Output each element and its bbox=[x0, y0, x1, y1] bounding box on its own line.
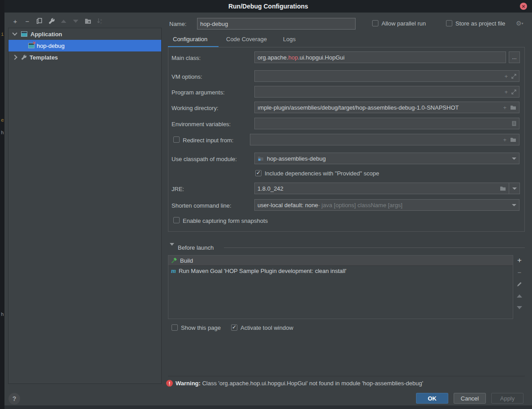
classpath-module-label: Use classpath of module: bbox=[172, 156, 237, 162]
jre-label: JRE: bbox=[172, 186, 184, 192]
jre-dropdown-button[interactable] bbox=[509, 183, 520, 194]
svg-text:a: a bbox=[100, 18, 102, 21]
chevron-down-icon[interactable] bbox=[12, 30, 17, 35]
build-hammer-icon bbox=[171, 257, 177, 264]
help-button[interactable]: ? bbox=[9, 393, 20, 405]
chevron-down-icon[interactable] bbox=[512, 204, 516, 206]
error-x-icon: ✕ bbox=[32, 41, 36, 45]
before-launch-item-build[interactable]: Build bbox=[168, 256, 513, 266]
shorten-command-line-combobox[interactable]: user-local default: none - java [options… bbox=[254, 199, 519, 211]
browse-main-class-button[interactable]: ... bbox=[509, 51, 520, 63]
screen: i e h h Run/Debug Configurations ✕ + − a… bbox=[0, 0, 532, 409]
include-provided-label: Include dependencies with "Provided" sco… bbox=[265, 170, 379, 177]
tree-node-application[interactable]: Application bbox=[9, 28, 161, 40]
vm-options-input[interactable]: + bbox=[254, 70, 519, 82]
main-class-input[interactable]: org.apache.hop.ui.hopgui.HopGui bbox=[254, 51, 506, 63]
working-directory-label: Working directory: bbox=[172, 105, 219, 111]
name-input[interactable]: hop-debug bbox=[197, 18, 356, 30]
browse-folder-icon[interactable] bbox=[500, 186, 506, 191]
classpath-module-combobox[interactable]: hop-assemblies-debug bbox=[254, 153, 519, 164]
browse-folder-icon[interactable] bbox=[510, 105, 516, 110]
new-folder-icon[interactable] bbox=[84, 17, 92, 25]
application-type-icon bbox=[21, 31, 27, 37]
maven-icon: m bbox=[171, 268, 176, 275]
tab-logs[interactable]: Logs bbox=[283, 36, 296, 43]
ok-button[interactable]: OK bbox=[416, 393, 448, 404]
invalid-configuration-icon: ✕ bbox=[28, 43, 34, 48]
tab-configuration[interactable]: Configuration bbox=[173, 36, 207, 43]
store-as-project-file-label: Store as project file bbox=[455, 20, 505, 27]
add-icon[interactable]: + bbox=[504, 89, 508, 95]
main-class-error-segment: hop bbox=[288, 54, 298, 61]
tree-node-label: Templates bbox=[30, 54, 58, 61]
close-icon[interactable]: ✕ bbox=[520, 3, 527, 10]
move-up-icon[interactable] bbox=[60, 17, 68, 25]
name-label: Name: bbox=[169, 21, 186, 27]
move-down-icon[interactable] bbox=[72, 17, 80, 25]
program-arguments-label: Program arguments: bbox=[172, 89, 225, 96]
dialog-titlebar[interactable]: Run/Debug Configurations bbox=[4, 0, 532, 13]
add-icon[interactable]: + bbox=[504, 73, 508, 80]
chevron-down-icon bbox=[512, 187, 517, 190]
show-this-page-checkbox[interactable] bbox=[172, 324, 178, 331]
redirect-input-checkbox[interactable] bbox=[173, 136, 180, 143]
allow-parallel-run-checkbox[interactable] bbox=[372, 20, 378, 26]
edit-task-pencil-icon[interactable] bbox=[516, 281, 523, 288]
add-task-icon[interactable]: + bbox=[516, 257, 523, 264]
add-icon[interactable]: + bbox=[503, 104, 506, 111]
form-snapshots-checkbox[interactable] bbox=[173, 217, 180, 223]
sort-alphabetically-icon[interactable]: az bbox=[96, 17, 104, 25]
svg-text:z: z bbox=[100, 21, 102, 24]
expand-editor-icon[interactable] bbox=[511, 74, 516, 79]
add-configuration-icon[interactable]: + bbox=[11, 17, 19, 25]
cancel-button[interactable]: Cancel bbox=[454, 393, 486, 404]
form-snapshots-label: Enable capturing form snapshots bbox=[183, 217, 268, 224]
warning-separator bbox=[168, 376, 525, 376]
apply-button[interactable]: Apply bbox=[491, 393, 523, 404]
allow-parallel-run-label: Allow parallel run bbox=[382, 20, 426, 27]
tree-node-label: Application bbox=[30, 31, 62, 38]
store-options-gear-icon[interactable]: ⚙▾ bbox=[516, 20, 523, 27]
shorten-command-line-label: Shorten command line: bbox=[172, 202, 232, 209]
configurations-tree: Application ✕ hop-debug Templates bbox=[8, 28, 162, 384]
environment-variables-label: Environment variables: bbox=[172, 121, 231, 128]
background-ide-strip: i e h h bbox=[0, 0, 4, 409]
before-launch-title: Before launch bbox=[178, 244, 214, 251]
activate-tool-window-label: Activate tool window bbox=[240, 324, 293, 331]
edit-variables-icon[interactable] bbox=[512, 121, 516, 126]
browse-folder-icon[interactable] bbox=[510, 137, 516, 142]
tab-code-coverage[interactable]: Code Coverage bbox=[226, 36, 267, 43]
program-arguments-input[interactable]: + bbox=[254, 86, 519, 98]
chevron-right-icon[interactable] bbox=[12, 55, 17, 60]
vm-options-label: VM options: bbox=[172, 73, 202, 80]
window-bottom-edge bbox=[4, 405, 532, 409]
before-launch-collapse-icon[interactable] bbox=[170, 246, 174, 254]
move-task-down-icon[interactable] bbox=[516, 304, 523, 311]
edit-defaults-wrench-icon[interactable] bbox=[47, 17, 56, 25]
before-launch-item-maven[interactable]: m Run Maven Goal 'HOP Sample Plugin deve… bbox=[168, 266, 513, 276]
show-this-page-label: Show this page bbox=[181, 324, 221, 331]
environment-variables-input[interactable] bbox=[254, 118, 519, 129]
chevron-down-icon[interactable] bbox=[512, 158, 516, 160]
expand-editor-icon[interactable] bbox=[511, 89, 516, 94]
working-directory-input[interactable]: ımple-plugin/assemblies/debug/target/hop… bbox=[254, 102, 519, 113]
activate-tool-window-checkbox[interactable] bbox=[231, 324, 237, 331]
warning-message: Warning: Class 'org.apache.hop.ui.hopgui… bbox=[176, 380, 423, 387]
remove-configuration-icon[interactable]: − bbox=[23, 17, 31, 25]
tree-node-hop-debug[interactable]: ✕ hop-debug bbox=[9, 40, 161, 51]
tree-node-templates[interactable]: Templates bbox=[9, 51, 161, 63]
copy-configuration-icon[interactable] bbox=[35, 17, 43, 25]
remove-task-icon[interactable]: − bbox=[516, 268, 523, 276]
before-launch-list: Build m Run Maven Goal 'HOP Sample Plugi… bbox=[168, 255, 513, 319]
store-as-project-file-checkbox[interactable] bbox=[446, 20, 452, 26]
jre-combobox[interactable]: 1.8.0_242 bbox=[254, 183, 509, 194]
templates-wrench-icon bbox=[21, 55, 27, 60]
move-task-up-icon[interactable] bbox=[516, 292, 523, 299]
redirect-input-input[interactable]: + bbox=[250, 134, 519, 145]
add-icon[interactable]: + bbox=[503, 136, 506, 143]
redirect-input-label: Redirect input from: bbox=[183, 137, 233, 144]
tree-node-label: hop-debug bbox=[37, 43, 64, 49]
before-launch-separator bbox=[224, 247, 525, 248]
warning-icon: ! bbox=[166, 380, 173, 387]
include-provided-checkbox[interactable] bbox=[255, 170, 262, 176]
